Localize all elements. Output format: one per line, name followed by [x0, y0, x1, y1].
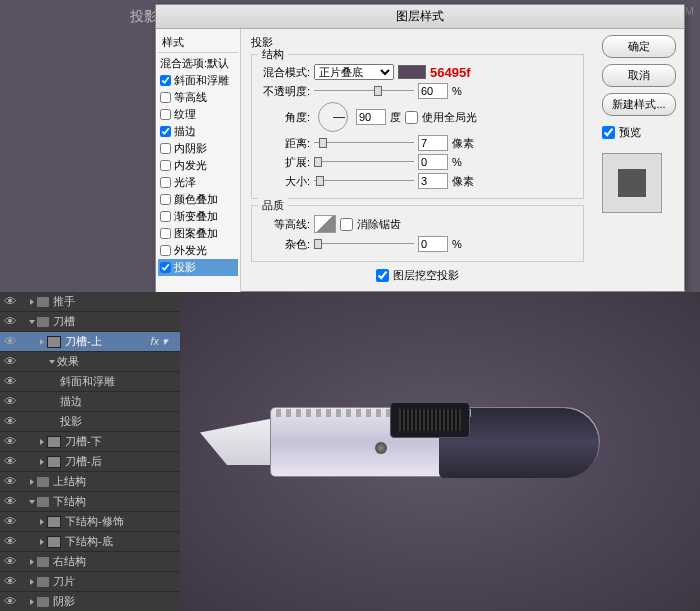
visibility-icon[interactable]: 👁 [0, 554, 20, 569]
disclosure-icon[interactable] [30, 559, 34, 565]
style-check[interactable] [160, 109, 171, 120]
angle-dial[interactable] [318, 102, 348, 132]
visibility-icon[interactable]: 👁 [0, 354, 20, 369]
blend-mode-select[interactable]: 正片叠底 [314, 64, 394, 80]
style-item[interactable]: 外发光 [158, 242, 238, 259]
disclosure-icon[interactable] [40, 519, 44, 525]
style-check[interactable] [160, 228, 171, 239]
disclosure-icon[interactable] [40, 339, 44, 345]
style-label: 纹理 [174, 107, 196, 122]
layer-row[interactable]: 👁下结构-修饰 [0, 512, 180, 532]
style-check[interactable] [160, 143, 171, 154]
layer-row[interactable]: 👁刀片 [0, 572, 180, 592]
layer-row[interactable]: 👁刀槽 [0, 312, 180, 332]
layer-row[interactable]: 👁刀槽-后 [0, 452, 180, 472]
visibility-icon[interactable]: 👁 [0, 374, 20, 389]
preview-box [602, 153, 662, 213]
new-style-button[interactable]: 新建样式... [602, 93, 676, 116]
spread-input[interactable] [418, 154, 448, 170]
style-item[interactable]: 投影 [158, 259, 238, 276]
style-check[interactable] [160, 75, 171, 86]
contour-picker[interactable] [314, 215, 336, 233]
style-check[interactable] [160, 160, 171, 171]
disclosure-icon[interactable] [40, 439, 44, 445]
layer-row[interactable]: 👁下结构 [0, 492, 180, 512]
style-item[interactable]: 颜色叠加 [158, 191, 238, 208]
ok-button[interactable]: 确定 [602, 35, 676, 58]
layer-row[interactable]: 👁推手 [0, 292, 180, 312]
visibility-icon[interactable]: 👁 [0, 514, 20, 529]
visibility-icon[interactable]: 👁 [0, 594, 20, 609]
layer-row[interactable]: 👁投影 [0, 412, 180, 432]
visibility-icon[interactable]: 👁 [0, 314, 20, 329]
disclosure-icon[interactable] [40, 459, 44, 465]
distance-slider[interactable] [314, 137, 414, 149]
visibility-icon[interactable]: 👁 [0, 434, 20, 449]
style-item[interactable]: 图案叠加 [158, 225, 238, 242]
style-item[interactable]: 描边 [158, 123, 238, 140]
disclosure-icon[interactable] [30, 479, 34, 485]
disclosure-icon[interactable] [29, 500, 35, 504]
style-check[interactable] [160, 211, 171, 222]
style-check[interactable] [160, 177, 171, 188]
style-item[interactable]: 等高线 [158, 89, 238, 106]
style-check[interactable] [160, 92, 171, 103]
disclosure-icon[interactable] [30, 579, 34, 585]
visibility-icon[interactable]: 👁 [0, 494, 20, 509]
knife-slider [390, 402, 470, 438]
visibility-icon[interactable]: 👁 [0, 294, 20, 309]
layer-row[interactable]: 👁阴影 [0, 592, 180, 611]
visibility-icon[interactable]: 👁 [0, 534, 20, 549]
layer-name: 斜面和浮雕 [60, 374, 115, 389]
opacity-slider[interactable] [314, 85, 414, 97]
visibility-icon[interactable]: 👁 [0, 394, 20, 409]
layer-row[interactable]: 👁上结构 [0, 472, 180, 492]
layer-row[interactable]: 👁效果 [0, 352, 180, 372]
fx-badge[interactable]: fx ▾ [150, 335, 176, 348]
size-input[interactable] [418, 173, 448, 189]
angle-input[interactable] [356, 109, 386, 125]
layer-row[interactable]: 👁刀槽-下 [0, 432, 180, 452]
knockout-check[interactable] [376, 269, 389, 282]
layer-row[interactable]: 👁描边 [0, 392, 180, 412]
style-item[interactable]: 斜面和浮雕 [158, 72, 238, 89]
cancel-button[interactable]: 取消 [602, 64, 676, 87]
distance-input[interactable] [418, 135, 448, 151]
opacity-input[interactable] [418, 83, 448, 99]
global-light-check[interactable] [405, 111, 418, 124]
layer-row[interactable]: 👁斜面和浮雕 [0, 372, 180, 392]
visibility-icon[interactable]: 👁 [0, 414, 20, 429]
layer-row[interactable]: 👁右结构 [0, 552, 180, 572]
disclosure-icon[interactable] [40, 539, 44, 545]
size-slider[interactable] [314, 175, 414, 187]
noise-input[interactable] [418, 236, 448, 252]
spread-slider[interactable] [314, 156, 414, 168]
style-item[interactable]: 内阴影 [158, 140, 238, 157]
blend-default[interactable]: 混合选项:默认 [158, 55, 238, 72]
visibility-icon[interactable]: 👁 [0, 474, 20, 489]
disclosure-icon[interactable] [29, 320, 35, 324]
disclosure-icon[interactable] [30, 299, 34, 305]
visibility-icon[interactable]: 👁 [0, 454, 20, 469]
layer-row[interactable]: 👁下结构-底 [0, 532, 180, 552]
layer-name: 上结构 [53, 474, 86, 489]
style-check[interactable] [160, 194, 171, 205]
noise-slider[interactable] [314, 238, 414, 250]
style-check[interactable] [160, 126, 171, 137]
size-label: 大小: [260, 174, 310, 189]
visibility-icon[interactable]: 👁 [0, 334, 20, 349]
preview-check[interactable] [602, 126, 615, 139]
visibility-icon[interactable]: 👁 [0, 574, 20, 589]
style-check[interactable] [160, 245, 171, 256]
style-check[interactable] [160, 262, 171, 273]
layer-row[interactable]: 👁刀槽-上fx ▾ [0, 332, 180, 352]
disclosure-icon[interactable] [49, 360, 55, 364]
style-item[interactable]: 渐变叠加 [158, 208, 238, 225]
color-swatch[interactable] [398, 65, 426, 79]
disclosure-icon[interactable] [30, 599, 34, 605]
style-item[interactable]: 内发光 [158, 157, 238, 174]
style-item[interactable]: 光泽 [158, 174, 238, 191]
antialias-check[interactable] [340, 218, 353, 231]
layer-thumb-icon [47, 336, 61, 348]
style-item[interactable]: 纹理 [158, 106, 238, 123]
